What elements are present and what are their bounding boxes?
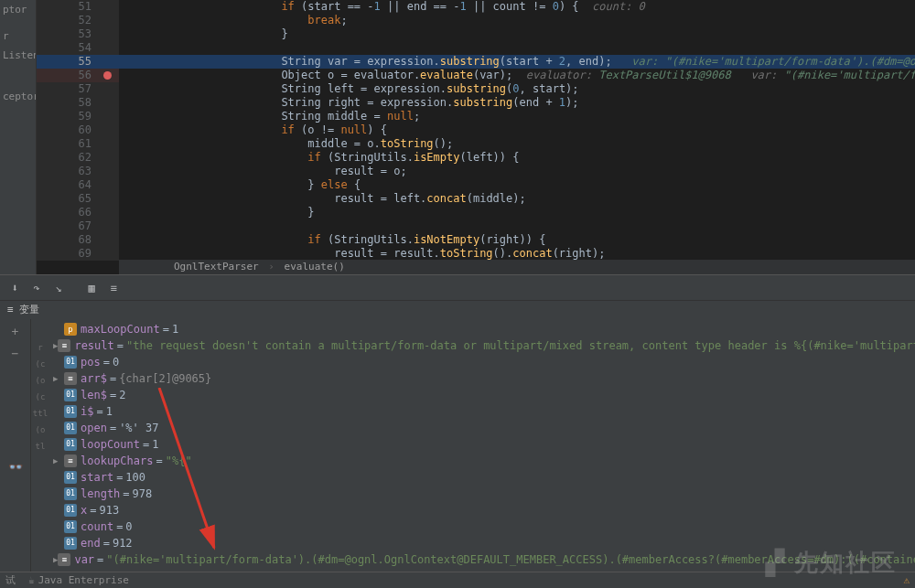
variable-row[interactable]: 01i$ = 1 — [49, 403, 915, 420]
variable-row[interactable]: 01len$ = 2 — [49, 387, 915, 403]
code-line[interactable]: 60 if (o != null) { — [37, 123, 915, 137]
warning-icon[interactable]: ⚠ — [903, 574, 910, 586]
var-name: maxLoopCount — [81, 321, 160, 337]
variable-row[interactable]: 01start = 100 — [49, 469, 915, 486]
line-number[interactable]: 59 — [37, 110, 119, 123]
variable-row[interactable]: 01loopCount = 1 — [49, 436, 915, 453]
code-line[interactable]: 52 break; — [37, 14, 915, 27]
line-number[interactable]: 64 — [37, 178, 119, 192]
frames-labels: r (c (o (c ttl (o tl — [31, 319, 49, 572]
var-type-badge: 01 — [64, 405, 77, 418]
breadcrumb-method[interactable]: evaluate() — [285, 261, 345, 273]
variables-tab-header[interactable]: ≡ 变量 — [0, 301, 915, 319]
code-line[interactable]: 64 } else { — [37, 178, 915, 192]
line-number[interactable]: 68 — [37, 233, 119, 247]
line-number[interactable]: 55 — [37, 55, 119, 69]
var-name: open — [81, 420, 107, 436]
var-name: count — [81, 519, 113, 535]
variable-row[interactable]: ▶≡arr$ = {char[2]@9065} — [49, 370, 915, 387]
sidebar-item[interactable] — [0, 80, 36, 87]
expand-arrow-icon[interactable]: ▶ — [53, 370, 64, 387]
code-line[interactable]: 68 if (StringUtils.isNotEmpty(right)) { — [37, 233, 915, 247]
variable-row[interactable]: 01pos = 0 — [49, 354, 915, 370]
line-number[interactable]: 58 — [37, 96, 119, 110]
code-line[interactable]: 69 result = result.toString().concat(rig… — [37, 247, 915, 261]
breadcrumb[interactable]: OgnlTextParser › evaluate() — [119, 260, 915, 274]
var-type-badge: 01 — [64, 422, 77, 434]
variable-row[interactable]: 01count = 0 — [49, 519, 915, 535]
var-type-badge: p — [64, 323, 77, 336]
variable-row[interactable]: ▶≡lookupChars = "%{" — [49, 453, 915, 469]
variable-row[interactable]: ▶≡result = "the request doesn't contain … — [49, 337, 915, 354]
var-name: start — [81, 469, 113, 486]
project-sidebar[interactable]: ptor r Listener ceptor — [0, 0, 37, 274]
step-into-icon[interactable]: ↘ — [49, 279, 68, 297]
remove-icon[interactable]: − — [7, 345, 24, 361]
line-number[interactable]: 51 — [37, 0, 119, 14]
line-number[interactable]: 57 — [37, 82, 119, 96]
step-over-icon[interactable]: ↷ — [27, 279, 46, 297]
sidebar-item[interactable] — [0, 72, 36, 80]
code-line[interactable]: 58 String right = expression.substring(e… — [37, 96, 915, 110]
menu-icon[interactable]: ≡ — [7, 301, 14, 319]
code-line[interactable]: 55 String var = expression.substring(sta… — [37, 55, 915, 69]
code-line[interactable]: 57 String left = expression.substring(0,… — [37, 82, 915, 96]
line-number[interactable]: 65 — [37, 192, 119, 206]
sidebar-item[interactable]: ceptor — [0, 87, 36, 106]
line-number[interactable]: 67 — [37, 219, 119, 233]
var-value: 912 — [113, 535, 133, 551]
line-number[interactable]: 54 — [37, 41, 119, 55]
var-value: 0 — [125, 519, 132, 535]
line-number[interactable]: 66 — [37, 206, 119, 219]
code-line[interactable]: 61 middle = o.toString(); — [37, 137, 915, 151]
code-line[interactable]: 56 Object o = evaluator.evaluate(var); e… — [37, 69, 915, 82]
variables-tree[interactable]: pmaxLoopCount = 1▶≡result = "the request… — [49, 319, 915, 572]
sidebar-item[interactable]: r — [0, 27, 36, 46]
variable-row[interactable]: pmaxLoopCount = 1 — [49, 321, 915, 337]
status-java-icon[interactable]: ☕ — [28, 574, 35, 586]
variable-row[interactable]: 01open = '%' 37 — [49, 420, 915, 436]
variable-row[interactable]: 01x = 913 — [49, 502, 915, 519]
code-line[interactable]: 62 if (StringUtils.isEmpty(left)) { — [37, 151, 915, 165]
line-number[interactable]: 61 — [37, 137, 119, 151]
code-line[interactable]: 59 String middle = null; — [37, 110, 915, 123]
code-line[interactable]: 66 } — [37, 206, 915, 219]
variable-row[interactable]: 01length = 978 — [49, 486, 915, 502]
link-icon[interactable]: 👓 — [7, 458, 24, 475]
code-line[interactable]: 51 if (start == -1 || end == -1 || count… — [37, 0, 915, 14]
list-icon[interactable]: ≡ — [104, 279, 123, 297]
sidebar-item[interactable] — [0, 19, 36, 27]
line-number[interactable]: 69 — [37, 247, 119, 261]
debug-toolbar: ⬇ ↷ ↘ ▦ ≡ — [0, 275, 915, 301]
var-value: 1 — [172, 321, 178, 337]
var-name: x — [81, 502, 87, 519]
var-name: loopCount — [81, 436, 140, 453]
code-line[interactable]: 53 } — [37, 27, 915, 41]
line-number[interactable]: 56 — [37, 69, 119, 82]
code-line[interactable]: 67 — [37, 219, 915, 233]
grid-icon[interactable]: ▦ — [82, 279, 101, 297]
variables-tab-label: 变量 — [19, 301, 39, 319]
var-name: lookupChars — [81, 453, 153, 469]
var-value: 0 — [113, 354, 119, 370]
sidebar-item[interactable]: Listener — [0, 46, 36, 65]
breadcrumb-sep: › — [268, 261, 274, 273]
var-type-badge: ≡ — [64, 454, 77, 467]
breadcrumb-class[interactable]: OgnlTextParser — [174, 261, 259, 273]
line-number[interactable]: 52 — [37, 14, 119, 27]
sidebar-item[interactable] — [0, 65, 36, 72]
code-editor[interactable]: 51 if (start == -1 || end == -1 || count… — [37, 0, 915, 274]
sidebar-item[interactable]: ptor — [0, 0, 36, 19]
code-line[interactable]: 65 result = left.concat(middle); — [37, 192, 915, 206]
add-icon[interactable]: + — [7, 323, 24, 339]
line-number[interactable]: 62 — [37, 151, 119, 165]
line-number[interactable]: 63 — [37, 165, 119, 178]
line-number[interactable]: 53 — [37, 27, 119, 41]
code-line[interactable]: 54 — [37, 41, 915, 55]
expand-arrow-icon[interactable]: ▶ — [53, 453, 64, 469]
status-left[interactable]: 试 — [5, 573, 16, 587]
code-line[interactable]: 63 result = o; — [37, 165, 915, 178]
line-number[interactable]: 60 — [37, 123, 119, 137]
download-icon[interactable]: ⬇ — [5, 279, 24, 297]
status-java-enterprise[interactable]: Java Enterprise — [38, 574, 129, 586]
